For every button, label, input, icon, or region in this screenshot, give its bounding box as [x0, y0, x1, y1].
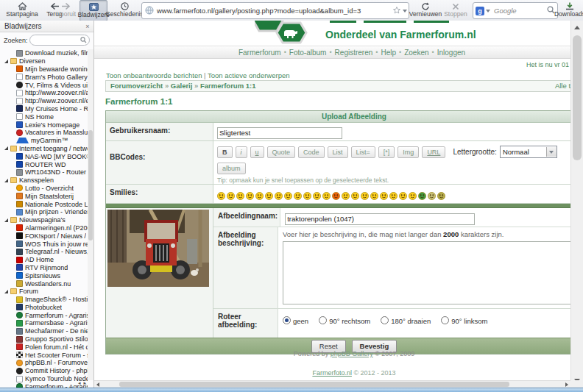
bookmark-item[interactable]: NS Home	[0, 113, 88, 121]
bookmark-item[interactable]: Mechafarmer - De nieuws...	[0, 327, 88, 335]
smiley-icon[interactable]	[313, 190, 321, 203]
bookmark-item[interactable]: NAS-WD [MY BOOK® LI...	[0, 152, 88, 160]
smiley-icon[interactable]	[217, 190, 225, 203]
bookmark-item[interactable]: Photobucket	[0, 304, 88, 312]
smiley-icon[interactable]	[294, 190, 302, 203]
forward-button[interactable]: Vooruit	[53, 0, 80, 20]
smiley-icon[interactable]	[418, 190, 426, 203]
bookmark-item[interactable]: Telegraaf.nl - Nieuws, Sp...	[0, 248, 88, 256]
nav-link-farmerforum[interactable]: Farmerforum	[239, 49, 281, 57]
bookmark-item[interactable]: Polen forum.nl - Hét dru...	[0, 343, 88, 351]
bookmark-item[interactable]: FOK!sport / Nieuws /	[0, 232, 88, 240]
smiley-icon[interactable]	[361, 190, 369, 203]
smiley-icon[interactable]	[255, 190, 264, 203]
rotate-option-geen[interactable]: geen	[283, 316, 308, 325]
url-bar[interactable]: www.farmerfoto.nl/gallery/posting.php?mo…	[141, 2, 409, 19]
home-button[interactable]: Startpagina	[3, 0, 41, 20]
search-placeholder[interactable]: Google	[492, 7, 547, 15]
bookmark-item[interactable]: Bram's Photo Gallery - H...	[0, 73, 88, 81]
bookmark-item[interactable]: WOS Thuis in jouw regio: ...	[0, 240, 88, 248]
bookmark-item[interactable]: Commit History - phpbbn...	[0, 367, 88, 375]
smiley-icon[interactable]	[275, 190, 283, 203]
radio-icon[interactable]	[283, 316, 291, 324]
bbcode-button-i[interactable]: i	[236, 146, 247, 158]
bookmark-item[interactable]: Farmersbase - Agrarisch ...	[0, 319, 88, 327]
bookmark-item[interactable]: myGarmin™	[0, 137, 88, 145]
bookmark-item[interactable]: Westlanders.nu	[0, 279, 88, 288]
smiley-icon[interactable]	[437, 190, 445, 203]
vertical-scroll-thumb[interactable]	[573, 35, 582, 160]
bookmark-item[interactable]: Kymco Tourclub Nederla...	[0, 375, 88, 383]
downloads-button[interactable]: Downloads	[556, 0, 583, 20]
smiley-icon[interactable]	[342, 190, 350, 203]
radio-icon[interactable]	[441, 316, 449, 324]
fontsize-select[interactable]: Normaal	[500, 146, 557, 158]
sidebar-scrollbar[interactable]	[88, 49, 93, 380]
bookmark-item[interactable]: Het Scooter Forum - soft...	[0, 351, 88, 359]
expand-twisty-icon[interactable]	[4, 60, 8, 63]
bookmark-item[interactable]: WR1043ND - Router Status	[0, 168, 88, 177]
smiley-icon[interactable]	[409, 190, 417, 203]
horizontal-scroll-thumb[interactable]	[119, 382, 509, 387]
radio-icon[interactable]	[319, 316, 327, 324]
bookmark-item[interactable]: ImageShack® - Hosting	[0, 296, 88, 304]
bookmark-item[interactable]: Mijn prijzen - VriendenLo...	[0, 208, 88, 216]
smiley-icon[interactable]	[332, 190, 340, 203]
bookmark-item[interactable]: Gruppo Sportivo Stilo :: In...	[0, 335, 88, 343]
unanswered-posts-link[interactable]: Toon onbeantwoorde berichten	[106, 71, 202, 79]
active-topics-link[interactable]: Toon actieve onderwerpen	[208, 71, 289, 79]
bookmark-item[interactable]: TV, Films & Videos uit Pol...	[0, 81, 88, 89]
nav-link-inloggen[interactable]: Inloggen	[437, 49, 465, 57]
smiley-icon[interactable]	[322, 190, 331, 203]
breadcrumb-link[interactable]: Galerij	[171, 82, 193, 90]
username-input[interactable]	[217, 127, 342, 139]
phpbb-gallery-link[interactable]: phpBB Gallery	[331, 350, 373, 357]
expand-twisty-icon[interactable]	[4, 218, 8, 222]
url-text[interactable]: www.farmerfoto.nl/gallery/posting.php?mo…	[154, 7, 392, 15]
scroll-left-arrow[interactable]	[96, 382, 99, 387]
scroll-right-arrow[interactable]	[565, 382, 568, 387]
smiley-icon[interactable]	[284, 190, 292, 203]
sidebar-close-icon[interactable]: ×	[84, 23, 91, 30]
bookmarks-sidebar-button[interactable]: Bladwijzers	[80, 0, 107, 21]
smiley-icon[interactable]	[303, 190, 311, 203]
bookmark-item[interactable]: Nationale Postcode Loteri...	[0, 200, 88, 208]
bookmark-item[interactable]: Mijn bewaarde woningaa...	[0, 65, 88, 74]
bbcode-button-b[interactable]: B	[217, 146, 233, 158]
rotate-option-180-draaien[interactable]: 180° draaien	[381, 316, 431, 325]
smiley-icon[interactable]	[351, 190, 359, 203]
bookmark-folder[interactable]: Nieuwspagina's	[0, 216, 88, 224]
smiley-icon[interactable]	[380, 190, 388, 203]
bbcode-button-list[interactable]: List	[328, 146, 348, 158]
bookmark-item[interactable]: Mijn Staatsloterij	[0, 192, 88, 200]
expand-twisty-icon[interactable]	[4, 146, 8, 150]
bbcode-button-u[interactable]: u	[250, 146, 264, 158]
bookmark-item[interactable]: Vacatures in Maassluis	[0, 129, 88, 137]
radio-icon[interactable]	[381, 316, 389, 324]
smiley-icon[interactable]	[399, 190, 407, 203]
bbcode-button-list=[interactable]: List=	[351, 146, 375, 158]
bookmark-item[interactable]: Lotto - Overzicht	[0, 185, 88, 193]
search-engine-caret[interactable]	[486, 10, 490, 13]
smiley-icon[interactable]	[246, 190, 254, 203]
sidebar-search-input[interactable]	[29, 35, 90, 46]
bookmark-item[interactable]: AD Home	[0, 256, 88, 264]
expand-twisty-icon[interactable]	[4, 179, 8, 182]
bookmark-item[interactable]: Download muziek, films, ...	[0, 49, 88, 57]
bookmark-item[interactable]: Alarmeringen.nl (P2000) | ...	[0, 224, 88, 232]
history-button[interactable]: Geschiedenis	[107, 0, 141, 20]
bbcode-button-url[interactable]: URL	[422, 146, 445, 158]
nav-link-foto-album[interactable]: Foto-album	[289, 49, 327, 57]
rotate-option-90-linksom[interactable]: 90° linksom	[441, 316, 487, 325]
bookmark-item[interactable]: http://www.zoover.nl/eg...	[0, 97, 88, 105]
breadcrumb-link[interactable]: Farmerforum 1:1	[200, 82, 256, 90]
smiley-icon[interactable]	[428, 190, 436, 203]
breadcrumb-link[interactable]: Forumoverzicht	[110, 82, 163, 90]
bookmark-item[interactable]: Lexie's Homepage	[0, 121, 88, 129]
rotate-option-90-rechtsom[interactable]: 90° rechtsom	[319, 316, 370, 325]
farmerfoto-link[interactable]: Farmerfoto.nl	[312, 369, 352, 377]
bookmark-item[interactable]: http://www.zoover.nl/acc...	[0, 89, 88, 97]
url-dropdown-caret[interactable]	[403, 10, 407, 13]
bookmark-item[interactable]: RTV Rijnmond	[0, 264, 88, 272]
bbcode-album-button[interactable]: album	[217, 163, 246, 174]
